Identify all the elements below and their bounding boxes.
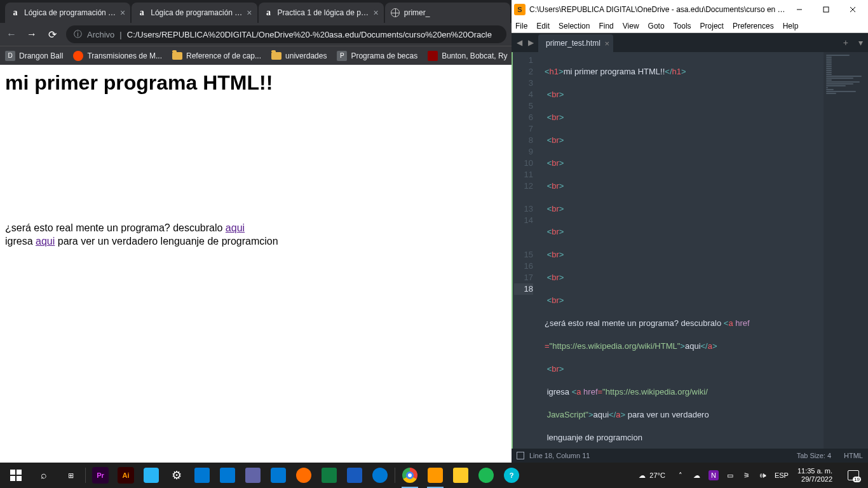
bookmark-item[interactable]: Bunton, Bobcat, Ry <box>428 51 507 61</box>
bookmark-item[interactable]: univerdades <box>271 51 327 60</box>
taskview-icon: ⊞ <box>63 468 78 483</box>
app-settings[interactable]: ⚙ <box>165 463 189 488</box>
menu-file[interactable]: File <box>515 22 527 30</box>
link-aqui-1[interactable]: aqui <box>226 222 245 233</box>
reload-button[interactable]: ⟳ <box>46 29 58 41</box>
bookmark-item[interactable]: PPrograma de becas <box>337 51 417 61</box>
status-language[interactable]: HTML <box>844 452 863 459</box>
search-button[interactable]: ⌕ <box>31 463 57 488</box>
tab-filename: primer_test.html <box>546 39 600 48</box>
menu-help[interactable]: Help <box>783 22 799 30</box>
favicon-a-icon: a <box>137 8 147 18</box>
menu-view[interactable]: View <box>623 22 639 30</box>
menu-goto[interactable]: Goto <box>648 22 665 30</box>
chrome-tab-1[interactable]: a Lógica de programación parte 1: × <box>132 3 257 23</box>
close-icon[interactable]: × <box>374 8 379 18</box>
tab-prev-icon[interactable]: ◀ <box>514 38 524 47</box>
tab-menu-icon[interactable]: ▾ <box>853 37 868 48</box>
forward-button[interactable]: → <box>25 29 38 40</box>
notifications-button[interactable] <box>841 463 865 488</box>
app-illustrator[interactable]: Ai <box>114 463 138 488</box>
code-content[interactable]: <h1>mi primer programa HTML!!</h1> <br> … <box>538 52 824 449</box>
menu-find[interactable]: Find <box>599 22 613 30</box>
tray-onenote-icon[interactable]: N <box>709 470 719 480</box>
close-icon[interactable]: × <box>247 8 252 18</box>
tray-wifi-icon[interactable]: ⚞ <box>742 470 752 480</box>
status-position[interactable]: Line 18, Column 11 <box>529 452 590 459</box>
status-tabsize[interactable]: Tab Size: 4 <box>797 452 831 459</box>
app-anydesk[interactable] <box>139 463 163 488</box>
app-camera[interactable] <box>266 463 290 488</box>
window-title: C:\Users\REPUBLICA DIGITAL\OneDrive - as… <box>529 5 787 14</box>
tab-title: Lógica de programación parte 1: <box>151 8 244 17</box>
status-bar: Line 18, Column 11 Tab Size: 4 HTML <box>512 449 868 463</box>
tab-add-icon[interactable]: + <box>838 37 853 48</box>
bookmark-item[interactable]: Transmisiones de M... <box>73 51 162 61</box>
close-icon[interactable]: × <box>604 39 609 48</box>
tab-next-icon[interactable]: ▶ <box>526 38 536 47</box>
edge-icon <box>372 468 388 483</box>
address-text: C:/Users/REPUBLICA%20DIGITAL/OneDrive%20… <box>127 30 492 39</box>
app-edge[interactable] <box>368 463 392 488</box>
bookmark-item[interactable]: DDrangon Ball <box>5 51 63 61</box>
menu-selection[interactable]: Selection <box>559 22 590 30</box>
app-excel[interactable] <box>317 463 341 488</box>
close-icon[interactable]: × <box>120 8 125 18</box>
menu-tools[interactable]: Tools <box>674 22 691 30</box>
svg-rect-6 <box>10 476 15 481</box>
sublime-titlebar[interactable]: S C:\Users\REPUBLICA DIGITAL\OneDrive - … <box>512 0 868 19</box>
folder-icon <box>453 468 468 483</box>
app-teams[interactable] <box>241 463 265 488</box>
clock-time: 11:35 a. m. <box>797 467 832 475</box>
back-button[interactable]: ← <box>5 29 18 40</box>
app-calculator[interactable] <box>190 463 214 488</box>
tray-language[interactable]: ESP <box>775 471 789 479</box>
app-sublime[interactable] <box>423 463 447 488</box>
close-button[interactable] <box>840 2 865 17</box>
app-outlook[interactable] <box>215 463 240 488</box>
sublime-window: S C:\Users\REPUBLICA DIGITAL\OneDrive - … <box>512 0 868 463</box>
excel-icon <box>322 468 337 483</box>
tray-chevron-icon[interactable]: ˄ <box>675 470 686 480</box>
page-heading: mi primer programa HTML!! <box>5 71 506 95</box>
tray-onedrive-icon[interactable]: ☁ <box>692 470 702 480</box>
app-spotify[interactable] <box>474 463 498 488</box>
tray-volume-icon[interactable]: 🕪 <box>758 470 768 480</box>
sublime-tabbar: ◀ ▶ primer_test.html × + ▾ <box>512 33 868 52</box>
link-aqui-2[interactable]: aqui <box>36 236 55 247</box>
app-help[interactable]: ? <box>499 463 524 488</box>
line-gutter: 123456789101112 1314 15161718 <box>512 52 538 449</box>
chrome-tab-0[interactable]: a Lógica de programación parte 1: × <box>5 3 130 23</box>
taskbar: ⌕ ⊞ Pr Ai ⚙ ? ☁ 27°C ˄ ☁ N ▭ ⚞ 🕪 <box>0 463 868 488</box>
menu-edit[interactable]: Edit <box>536 22 550 30</box>
clock[interactable]: 11:35 a. m. 29/7/2022 <box>792 467 837 484</box>
chrome-tab-2[interactable]: a Practica 1 de lógica de programa × <box>259 3 384 23</box>
notification-icon <box>848 470 859 480</box>
app-premiere[interactable]: Pr <box>88 463 112 488</box>
chrome-tab-3[interactable]: primer_ <box>385 3 510 23</box>
start-button[interactable] <box>3 463 29 488</box>
app-explorer[interactable] <box>449 463 473 488</box>
menu-preferences[interactable]: Preferences <box>733 22 774 30</box>
app-word[interactable] <box>342 463 367 488</box>
reddit-icon <box>73 51 83 61</box>
editor-tab[interactable]: primer_test.html × <box>538 34 613 52</box>
editor-area[interactable]: 123456789101112 1314 15161718 <h1>mi pri… <box>512 52 868 449</box>
taskview-button[interactable]: ⊞ <box>58 463 83 488</box>
menu-project[interactable]: Project <box>700 22 724 30</box>
bookmark-item[interactable]: Reference of de cap... <box>172 51 261 60</box>
panel-icon[interactable] <box>517 452 524 459</box>
favicon-globe-icon <box>390 8 400 18</box>
app-chrome[interactable] <box>398 463 422 488</box>
tab-title: primer_ <box>404 8 505 17</box>
minimize-button[interactable] <box>787 2 812 17</box>
minimap[interactable] <box>824 52 868 449</box>
maximize-button[interactable] <box>813 2 839 17</box>
tab-title: Practica 1 de lógica de programa <box>278 8 371 17</box>
camera-icon <box>271 468 286 483</box>
weather-widget[interactable]: ☁ 27°C <box>639 471 665 480</box>
address-bar[interactable]: ⓘ Archivo | C:/Users/REPUBLICA%20DIGITAL… <box>66 25 506 43</box>
weather-icon: ☁ <box>639 471 646 480</box>
app-chart[interactable] <box>292 463 316 488</box>
tray-meet-icon[interactable]: ▭ <box>725 470 735 480</box>
